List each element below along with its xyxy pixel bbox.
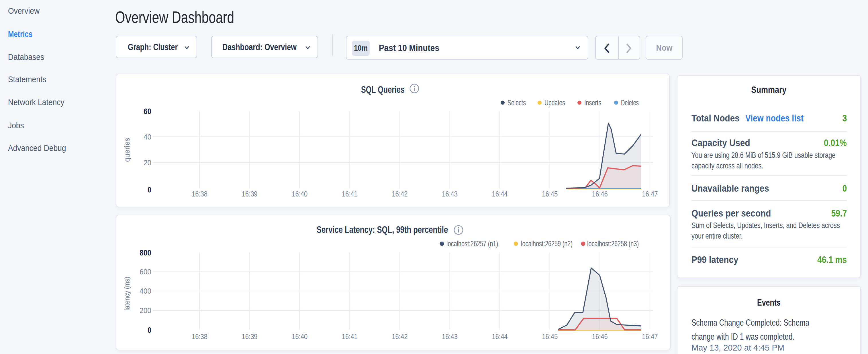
svg-text:16:47: 16:47 [642,332,658,341]
svg-text:16:43: 16:43 [442,332,458,341]
svg-text:localhost:26257 (n1): localhost:26257 (n1) [446,239,498,248]
svg-text:16:44: 16:44 [492,190,508,198]
svg-text:Selects: Selects [507,99,526,107]
svg-text:localhost:26259 (n2): localhost:26259 (n2) [521,239,572,248]
svg-text:Deletes: Deletes [621,99,639,107]
svg-text:16:44: 16:44 [492,332,508,341]
svg-text:16:46: 16:46 [592,332,608,341]
svg-text:16:42: 16:42 [392,332,407,341]
svg-text:16:41: 16:41 [342,190,358,198]
svg-text:16:40: 16:40 [292,332,308,341]
svg-text:16:41: 16:41 [342,332,358,341]
svg-text:16:38: 16:38 [192,332,208,341]
svg-text:400: 400 [140,287,151,295]
svg-text:16:45: 16:45 [542,190,558,198]
svg-text:16:40: 16:40 [292,190,308,198]
svg-text:16:39: 16:39 [242,190,258,198]
svg-text:16:42: 16:42 [392,190,407,198]
svg-text:localhost:26258 (n3): localhost:26258 (n3) [587,239,639,248]
svg-text:600: 600 [140,267,151,276]
svg-text:16:38: 16:38 [192,190,208,198]
svg-text:20: 20 [144,158,151,167]
svg-text:16:45: 16:45 [542,332,558,341]
svg-text:Inserts: Inserts [584,99,601,107]
svg-text:800: 800 [140,249,151,257]
svg-text:queries: queries [123,138,131,162]
svg-text:60: 60 [144,107,151,116]
svg-text:0: 0 [148,186,151,194]
svg-text:16:46: 16:46 [592,190,608,198]
svg-text:0: 0 [148,326,151,334]
svg-text:200: 200 [140,306,151,315]
svg-text:16:43: 16:43 [442,190,458,198]
svg-text:16:47: 16:47 [642,190,658,198]
svg-text:16:39: 16:39 [242,332,258,341]
svg-text:40: 40 [144,133,151,141]
svg-text:Updates: Updates [545,99,565,107]
svg-text:latency (ms): latency (ms) [123,277,131,311]
